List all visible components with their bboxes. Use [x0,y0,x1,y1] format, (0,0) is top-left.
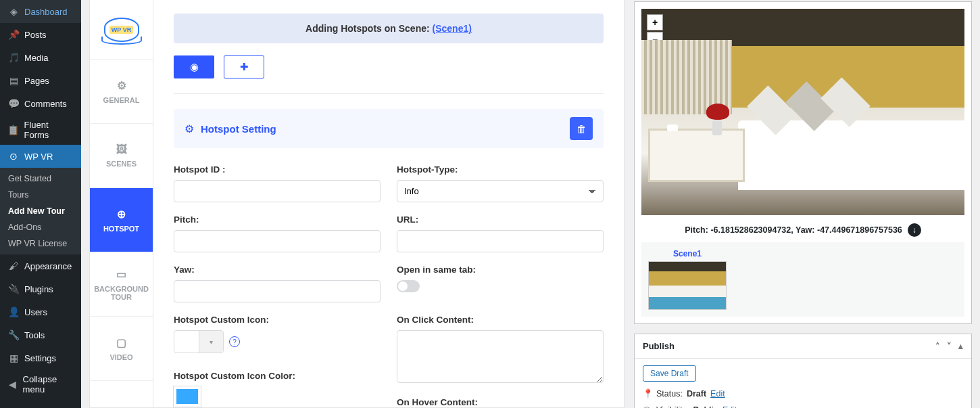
video-icon: ▢ [116,336,126,349]
publish-metabox: Publish ˄ ˅ ▴ Save Draft 📍 Status: Draft… [634,334,972,408]
panorama-preview[interactable]: + − ⛶ [641,9,964,215]
hotspot-type-select[interactable]: Info [397,180,604,202]
sidebar-item-settings[interactable]: ▦Settings [0,346,81,369]
arrow-down-icon[interactable]: ↓ [908,223,921,237]
yaw-label: Yaw: [174,265,381,275]
on-click-textarea[interactable] [397,330,604,383]
url-input[interactable] [397,230,604,252]
field-hotspot-type: Hotspot-Type: Info [397,164,604,202]
page-icon: ▤ [7,74,20,87]
hotspot-section-head: ⚙ Hotspot Setting 🗑 [174,109,604,148]
user-icon: 👤 [7,305,20,319]
sidebar-item-collapse[interactable]: ◀Collapse menu [0,369,81,399]
icon-picker[interactable]: ▾ [174,330,224,353]
plus-icon: ✚ [240,61,249,73]
hotspot-tab-buttons: ◉ ✚ [174,55,604,78]
submenu-license[interactable]: WP VR License [0,235,81,252]
collapse-icon: ◀ [7,378,19,391]
on-hover-label: On Hover Content: [397,397,604,407]
field-on-click: On Click Content: [397,315,604,385]
scene-banner: Adding Hotspots on Scene: (Scene1) [174,14,604,43]
help-icon[interactable]: ? [229,336,240,347]
field-custom-icon: Hotspot Custom Icon: ▾ ? Hotspot Custom … [174,315,381,407]
submenu-add-new-tour[interactable]: Add New Tour [0,203,81,219]
vtab-video[interactable]: ▢VIDEO [90,317,153,381]
open-tab-label: Open in same tab: [397,265,604,275]
scene-strip: Scene1 [641,242,964,317]
submenu-tours[interactable]: Tours [0,187,81,203]
editor-panel: WP VR ⚙GENERAL 🖼SCENES ⊕HOTSPOT ▭BACKGRO… [89,0,624,408]
scene-thumb-scene1[interactable]: Scene1 [648,249,727,310]
sidebar-item-comments[interactable]: 💬Comments [0,92,81,115]
settings-icon: ▦ [7,351,20,365]
sidebar-item-plugins[interactable]: 🔌Plugins [0,277,81,300]
save-draft-button[interactable]: Save Draft [643,365,696,382]
yaw-input[interactable] [174,280,381,302]
vtab-general[interactable]: ⚙GENERAL [90,60,153,124]
visibility-row: 👁 Visibility: Public Edit [643,405,963,408]
delete-hotspot-button[interactable]: 🗑 [570,117,593,140]
field-yaw: Yaw: [174,265,381,302]
tool-icon: 🔧 [7,328,20,342]
record-icon: ◉ [190,61,199,73]
sidebar-item-media[interactable]: 🎵Media [0,46,81,69]
wpvr-submenu: Get Started Tours Add New Tour Add-Ons W… [0,168,81,254]
hotspot-id-input[interactable] [174,180,381,202]
zoom-in-button[interactable]: + [647,14,663,30]
submenu-add-ons[interactable]: Add-Ons [0,219,81,235]
sidebar-item-posts[interactable]: 📌Posts [0,23,81,46]
form-icon: 📋 [7,123,20,137]
vtab-scenes[interactable]: 🖼SCENES [90,124,153,188]
publish-body: Save Draft 📍 Status: Draft Edit 👁 Visibi… [635,359,971,408]
publish-title: Publish [643,341,675,351]
panel-down-icon[interactable]: ˅ [947,341,952,351]
status-row: 📍 Status: Draft Edit [643,388,963,399]
vtab-background-tour[interactable]: ▭BACKGROUND TOUR [90,252,153,317]
edit-visibility-link[interactable]: Edit [722,405,737,408]
brush-icon: 🖌 [7,259,20,273]
field-url: URL: [397,214,604,252]
media-icon: 🎵 [7,51,20,64]
trash-icon: 🗑 [577,123,587,135]
divider [174,93,604,94]
banner-scene-link[interactable]: (Scene1) [433,23,472,34]
comment-icon: 💬 [7,97,20,110]
open-tab-toggle[interactable] [397,280,420,292]
panel-up-icon[interactable]: ˄ [935,341,940,351]
panel-toggle-icon[interactable]: ▴ [958,341,963,351]
field-hotspot-id: Hotspot ID : [174,164,381,202]
hotspot-tab-add[interactable]: ✚ [224,55,264,78]
sidebar-item-appearance[interactable]: 🖌Appearance [0,254,81,277]
field-open-tab: Open in same tab: [397,265,604,302]
sidebar-item-fluent-forms[interactable]: 📋Fluent Forms [0,115,81,145]
vr-icon: ⊙ [7,150,20,163]
vtab-hotspot[interactable]: ⊕HOTSPOT [90,188,153,252]
workspace: WP VR ⚙GENERAL 🖼SCENES ⊕HOTSPOT ▭BACKGRO… [81,0,980,408]
submenu-get-started[interactable]: Get Started [0,171,81,187]
sidebar-item-tools[interactable]: 🔧Tools [0,323,81,346]
key-icon: 📍 [643,388,652,399]
wp-admin-sidebar: ◈Dashboard 📌Posts 🎵Media ▤Pages 💬Comment… [0,0,81,408]
pitch-input[interactable] [174,230,381,252]
banner-prefix: Adding Hotspots on Scene: [305,23,432,34]
edit-status-link[interactable]: Edit [710,389,725,399]
gear-icon: ⚙ [185,122,194,135]
eye-icon: 👁 [643,405,652,408]
gear-icon: ⚙ [117,79,126,92]
editor-body: Adding Hotspots on Scene: (Scene1) ◉ ✚ ⚙… [153,0,624,407]
custom-icon-label: Hotspot Custom Icon: [174,315,381,325]
vertical-tabs: WP VR ⚙GENERAL 🖼SCENES ⊕HOTSPOT ▭BACKGRO… [90,0,153,407]
color-swatch[interactable] [174,386,201,407]
coordinates-readout: Pitch: -6.181528623094732, Yaw: -47.4496… [641,215,964,237]
image-icon: 🖼 [116,143,127,156]
plugin-icon: 🔌 [7,282,20,296]
sidebar-item-wpvr[interactable]: ⊙WP VR [0,145,81,168]
sidebar-item-dashboard[interactable]: ◈Dashboard [0,0,81,23]
hotspot-id-label: Hotspot ID : [174,164,381,175]
sidebar-item-users[interactable]: 👤Users [0,300,81,323]
on-click-label: On Click Content: [397,315,604,325]
hotspot-tab-current[interactable]: ◉ [174,55,214,78]
sidebar-item-pages[interactable]: ▤Pages [0,69,81,92]
icon-color-label: Hotspot Custom Icon Color: [174,371,381,381]
hotspot-type-label: Hotspot-Type: [397,164,604,175]
